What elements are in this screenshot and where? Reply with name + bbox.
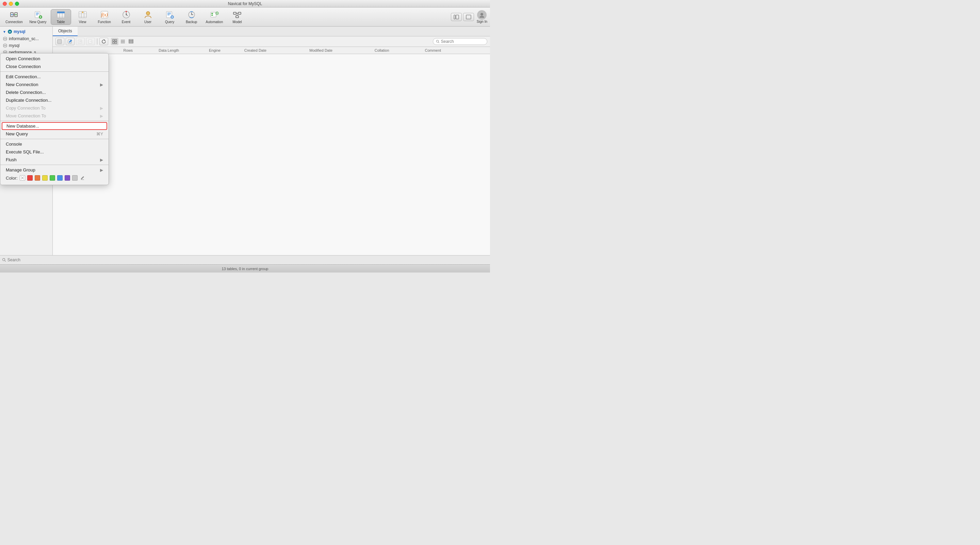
open-table-button[interactable] <box>76 38 85 45</box>
menu-item-label: New Query <box>6 131 28 137</box>
toolbar-item-model[interactable]: Model <box>227 9 247 25</box>
minimize-button[interactable] <box>9 2 13 6</box>
menu-item-label: Move Connection To <box>6 113 46 118</box>
list-view-button[interactable] <box>119 38 127 45</box>
sidebar-search-input[interactable] <box>8 257 53 262</box>
svg-line-81 <box>5 261 6 262</box>
menu-item-label: New Connection <box>6 82 38 87</box>
sidebar-search-icon <box>2 258 6 262</box>
user-label: User <box>144 20 151 24</box>
svg-rect-101 <box>129 40 133 40</box>
col-header-data-length: Data Length <box>156 48 206 52</box>
objects-tab-bar: Objects <box>53 27 490 37</box>
color-custom-icon[interactable] <box>80 175 85 181</box>
menu-item-new-connection[interactable]: New Connection ▶ <box>0 81 108 89</box>
svg-point-60 <box>3 37 7 38</box>
new-table-button[interactable] <box>56 38 64 45</box>
menu-item-new-database[interactable]: New Database... <box>2 122 107 130</box>
svg-line-105 <box>438 42 439 43</box>
col-header-created-date: Created Date <box>242 48 307 52</box>
menu-item-edit-connection[interactable]: Edit Connection... <box>0 73 108 81</box>
color-swatch-red[interactable] <box>27 175 33 181</box>
menu-separator <box>0 139 108 139</box>
menu-item-duplicate-connection[interactable]: Duplicate Connection... <box>0 96 108 104</box>
new-query-label: New Query <box>30 20 47 24</box>
menu-item-move-connection-to[interactable]: Move Connection To ▶ <box>0 112 108 120</box>
user-icon <box>143 10 153 19</box>
toolbar-item-user[interactable]: User <box>138 9 158 25</box>
new-query-icon <box>33 10 43 19</box>
color-swatch-none[interactable] <box>20 175 25 181</box>
edit-table-button[interactable] <box>66 38 75 45</box>
color-swatch-yellow[interactable] <box>42 175 48 181</box>
submenu-arrow-icon: ▶ <box>100 114 103 118</box>
toolbar-item-backup[interactable]: Backup <box>181 9 202 25</box>
menu-item-close-connection[interactable]: Close Connection <box>0 63 108 70</box>
search-box <box>433 38 487 45</box>
close-button[interactable] <box>3 2 7 6</box>
backup-label: Backup <box>186 20 197 24</box>
svg-rect-95 <box>115 40 117 41</box>
sidebar-item-information-schema[interactable]: information_sc... <box>0 35 52 42</box>
objects-search-input[interactable] <box>441 39 484 44</box>
menu-item-open-connection[interactable]: Open Connection <box>0 55 108 63</box>
menu-item-manage-group[interactable]: Manage Group ▶ <box>0 166 108 174</box>
sidebar-item-label: information_sc... <box>9 37 39 41</box>
color-swatch-purple[interactable] <box>65 175 70 181</box>
toolbar-item-view[interactable]: View <box>73 9 93 25</box>
sidebar-connection-mysql[interactable]: ▼ M mysql <box>0 28 52 35</box>
sign-in-area[interactable]: Sign In <box>477 10 487 24</box>
svg-rect-96 <box>113 42 115 43</box>
database-icon <box>3 37 8 41</box>
svg-text:f(x): f(x) <box>101 12 108 18</box>
svg-point-104 <box>436 40 438 42</box>
menu-item-delete-connection[interactable]: Delete Connection... <box>0 89 108 96</box>
color-swatch-orange[interactable] <box>35 175 40 181</box>
submenu-arrow-icon: ▶ <box>100 82 103 87</box>
color-swatch-gray[interactable] <box>72 175 78 181</box>
menu-item-label: Edit Connection... <box>6 74 41 79</box>
svg-rect-49 <box>234 12 236 14</box>
color-section: Color: <box>0 174 108 183</box>
submenu-arrow-icon: ▶ <box>100 106 103 111</box>
view-icon <box>78 10 88 19</box>
menu-item-label: Manage Group <box>6 167 35 173</box>
refresh-button[interactable] <box>99 38 108 45</box>
toolbar-item-event[interactable]: Event <box>116 9 137 25</box>
sidebar-view-button[interactable] <box>451 13 462 21</box>
toolbar-item-connection[interactable]: Connection <box>3 9 25 25</box>
svg-rect-94 <box>113 40 115 41</box>
color-swatch-green[interactable] <box>50 175 55 181</box>
toolbar-item-new-query[interactable]: New Query <box>27 9 49 25</box>
menu-item-console[interactable]: Console <box>0 140 108 148</box>
user-avatar-icon <box>477 10 487 20</box>
automation-label: Automation <box>206 20 223 24</box>
toolbar-item-query[interactable]: Query <box>159 9 180 25</box>
detail-view-button[interactable] <box>127 38 135 45</box>
function-label: Function <box>98 20 111 24</box>
svg-point-67 <box>3 46 7 47</box>
col-header-engine: Engine <box>206 48 242 52</box>
col-header-rows: Rows <box>121 48 156 52</box>
sidebar-item-mysql[interactable]: mysql <box>0 42 52 49</box>
menu-item-label: Execute SQL File... <box>6 149 44 154</box>
main-view-button[interactable] <box>463 13 474 21</box>
status-bar-text: 13 tables, 0 in current group <box>222 267 269 271</box>
delete-table-button[interactable] <box>86 38 95 45</box>
grid-view-button[interactable] <box>111 38 118 45</box>
menu-item-new-query[interactable]: New Query ⌘Y <box>0 130 108 138</box>
toolbar-item-function[interactable]: f(x) Function <box>94 9 115 25</box>
col-header-collation: Collation <box>372 48 422 52</box>
menu-item-flush[interactable]: Flush ▶ <box>0 156 108 164</box>
toolbar-item-table[interactable]: Table <box>51 9 71 25</box>
menu-item-execute-sql-file[interactable]: Execute SQL File... <box>0 148 108 156</box>
tab-objects[interactable]: Objects <box>53 27 78 36</box>
maximize-button[interactable] <box>15 2 19 6</box>
color-swatch-blue[interactable] <box>57 175 63 181</box>
traffic-lights[interactable] <box>3 2 19 6</box>
mysql-icon: M <box>8 29 12 34</box>
menu-item-copy-connection-to[interactable]: Copy Connection To ▶ <box>0 104 108 112</box>
content-body <box>53 54 490 264</box>
query-icon <box>165 10 175 19</box>
toolbar-item-automation[interactable]: Automation <box>203 9 226 25</box>
